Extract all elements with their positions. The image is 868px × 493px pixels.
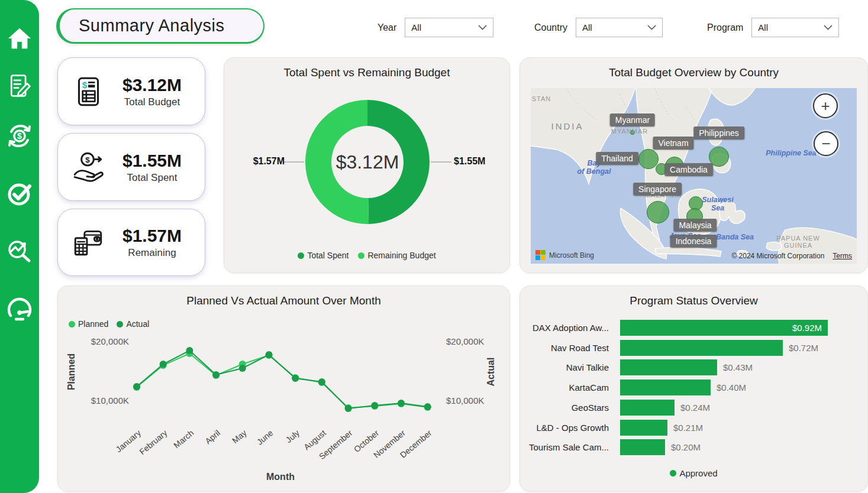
line-point-actual-january[interactable] [133,383,140,390]
line-point-actual-july[interactable] [292,375,299,382]
wallet-calculator-icon [71,225,105,260]
map-country-chip-indonesia: Indonesia [670,235,717,248]
chevron-down-icon [647,25,656,30]
kpi-remaining-value: $1.57M [105,226,199,246]
sidebar-nav: $ [0,0,39,493]
bar-category-label: GeoStars [520,400,609,416]
bar-value-label: $0.43M [723,359,753,375]
sidebar-item-home[interactable] [5,24,34,53]
line-point-actual-march[interactable] [186,347,193,354]
map-country-chip-malaysia: Malaysia [673,219,717,232]
filter-program-value: All [758,22,768,33]
kpi-total-spent-value: $1.55M [105,151,199,171]
line-title: Planned Vs Actual Amount Over Month [58,294,509,307]
bar-category-label: DAX Adoption Aw... [520,320,609,336]
trend-search-icon [5,236,34,264]
hand-coin-icon: $ [71,150,105,184]
filter-year-dropdown[interactable]: All [405,18,493,37]
line-point-actual-april[interactable] [212,371,220,378]
line-point-actual-september[interactable] [345,405,352,412]
line-point-actual-november[interactable] [398,400,405,407]
line-legend-label-actual: Actual [126,319,149,329]
bar-tourism-sale-cam-[interactable] [620,439,665,455]
line-ytick-left: $20,000K [91,336,129,346]
line-legend-dot-planned [69,321,75,327]
filter-country-dropdown[interactable]: All [576,18,663,37]
map-zoom-out-button[interactable]: − [814,131,838,156]
bar-value-label: $0.72M [789,340,818,356]
dashboard-canvas: $ Summary An [0,0,868,493]
donut-legend: Total Spent Remaining Budget [224,251,509,260]
line-xtick-march: March [172,428,195,450]
bar-value-label: $0.21M [673,420,703,436]
invoice-icon: $ [71,74,105,109]
map-country-chip-myanmar: Myanmar [610,113,655,127]
line-legend-item-actual: Actual [117,319,149,329]
sidebar-item-approvals[interactable] [5,179,34,209]
bar-value-label: $0.24M [680,400,710,416]
bing-brand-text: Microsoft Bing [549,251,594,260]
line-ytick-left: $10,000K [91,395,129,406]
bar-kartacam[interactable] [620,380,711,395]
map-zoom-in-button[interactable]: + [813,93,838,118]
map-bubble-myanmar[interactable] [630,130,635,135]
map-bubble-singapore[interactable] [647,201,669,223]
kpi-remaining-label: Remaining [105,247,199,259]
bar-nav-road-test[interactable] [620,340,783,356]
filter-year-label: Year [377,22,396,33]
sidebar-item-report[interactable] [5,71,34,100]
bar-navi-talkie[interactable] [620,359,717,375]
sidebar-item-analysis[interactable] [5,235,34,265]
line-point-actual-february[interactable] [160,361,167,368]
line-chart-svg: $20,000K$20,000K$10,000K$10,000KJanuaryF… [58,329,509,476]
sidebar-item-spend-cycle[interactable]: $ [5,121,34,151]
map-panel: Total Budget Overview by Country [519,57,868,273]
svg-text:$: $ [82,79,88,89]
page-title-text: Summary Analysis [79,16,225,35]
gauge-icon [5,294,34,324]
line-point-actual-june[interactable] [266,351,273,358]
filter-country: Country All [534,18,663,37]
map-country-chip-philippines: Philippines [693,127,744,140]
line-point-actual-may[interactable] [239,365,246,372]
chevron-down-icon [478,25,487,30]
bar-legend-dot-approved [670,470,676,476]
bar-value-label: $0.40M [717,380,746,395]
svg-text:$: $ [85,155,90,164]
line-xtick-april: April [203,428,222,446]
bar-geostars[interactable] [620,400,675,416]
line-series-planned [137,353,428,408]
line-yaxis-right-title: Actual [486,358,496,387]
map-area[interactable]: ISTANINDIAMYANMARBay of BengalPhilippine… [531,88,857,264]
bar-category-label: Navi Talkie [520,359,609,375]
bar-legend: Approved [520,468,867,478]
bar-category-label: L&D - Ops Growth [520,420,609,436]
line-ytick-right: $20,000K [446,336,484,346]
bar-legend-item-approved: Approved [670,468,717,478]
bar-panel: Program Status Overview DAX Adoption Aw.… [519,286,868,492]
line-xtick-february: February [137,428,169,456]
terms-link[interactable]: Terms [832,252,852,260]
line-point-actual-august[interactable] [318,378,325,385]
donut-center-value: $3.12M [320,151,415,173]
filter-program-dropdown[interactable]: All [751,18,839,37]
copyright-text: © 2024 Microsoft Corporation [731,252,824,260]
map-country-chip-cambodia: Cambodia [664,163,713,176]
line-xaxis-title: Month [266,472,295,482]
plus-icon: + [821,98,830,113]
donut-callout-spent: $1.55M [454,156,485,167]
line-xtick-may: May [230,428,249,445]
microsoft-logo-icon [535,250,546,260]
line-panel: Planned Vs Actual Amount Over Month Plan… [57,286,510,492]
donut-panel: Total Spent vs Remaining Budget $3.12M $… [224,57,510,273]
donut-legend-dot-1 [358,252,364,259]
line-point-actual-december[interactable] [424,403,431,410]
filter-year: Year All [377,18,493,37]
bar-l-d-ops-growth[interactable] [620,420,667,436]
map-country-chip-vietnam: Vietnam [653,137,693,150]
kpi-total-budget-value: $3.12M [105,75,199,95]
line-point-actual-october[interactable] [371,402,378,409]
sidebar-item-dashboard[interactable] [5,294,34,324]
bar-legend-label-approved: Approved [679,468,717,478]
kpi-card-remaining: $1.57M Remaining [57,209,205,276]
